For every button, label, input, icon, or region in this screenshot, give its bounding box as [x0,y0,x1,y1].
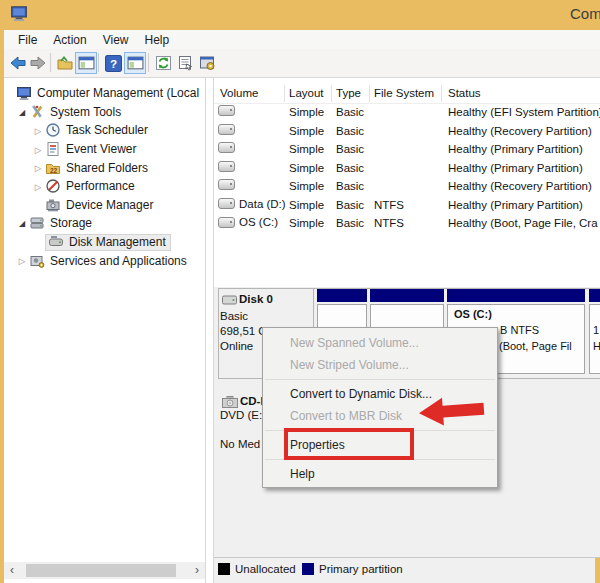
tree-item-event-viewer[interactable]: Event Viewer [4,140,205,159]
show-hide-console-tree-button[interactable] [75,52,97,74]
cell-layout: Simple [289,143,324,155]
tree-item-system-tools[interactable]: System Tools [4,103,205,122]
properties-icon [177,55,194,71]
svg-text:?: ? [109,56,116,69]
computer-management-app-icon [10,4,28,22]
expander-collapsed-icon[interactable] [31,144,45,155]
table-row[interactable]: Simple Basic Healthy (Primary Partition) [214,160,600,179]
partition-header-bar[interactable] [447,289,585,302]
cdrom-drive-letter: DVD (E:) [220,409,266,421]
column-header-layout[interactable]: Layout [289,87,324,99]
tree-item-performance[interactable]: Performance [4,177,205,196]
table-row[interactable]: OS (C:) Simple Basic NTFS Healthy (Boot,… [214,215,600,234]
tree-item-label: Performance [66,179,135,193]
cell-status: Healthy (Recovery Partition) [448,180,592,192]
annotation-highlight-box [284,428,414,460]
cell-status: Healthy (Recovery Partition) [448,125,592,137]
scrollbar-track[interactable] [20,564,189,577]
forward-button[interactable] [27,52,49,74]
toolbar-separator [148,53,149,72]
partition-4[interactable]: 1 H [589,304,600,374]
partition-header-bar[interactable] [370,289,444,302]
partition-size-text: B NTFS [500,324,539,336]
partition-status-text: H [593,340,600,352]
column-header-type[interactable]: Type [336,87,361,99]
show-hide-action-pane-button[interactable] [124,52,146,74]
column-separator[interactable] [284,85,285,102]
volume-drive-icon [218,198,235,209]
expander-collapsed-icon[interactable] [31,181,45,192]
show-console-tree-button[interactable] [54,52,76,74]
scroll-left-icon[interactable]: ‹ [4,562,20,579]
menu-file[interactable]: File [18,33,37,47]
disk-management-actions-button[interactable] [196,52,218,74]
menu-help[interactable]: Help [145,33,170,47]
cell-volume: OS (C:) [239,216,278,228]
titlebar: Com [0,0,600,30]
tree-item-label: Computer Management (Local [37,86,199,100]
properties-button[interactable] [174,52,196,74]
cell-layout: Simple [289,162,324,174]
expander-collapsed-icon[interactable] [31,125,45,136]
computer-icon [16,85,32,101]
services-icon [29,253,45,269]
menu-separator [265,379,495,380]
tree-item-label: Disk Management [69,235,166,249]
partition-status-text: (Boot, Page Fil [499,340,572,352]
window-title: Com [570,5,600,22]
forward-arrow-icon [29,55,47,71]
table-row[interactable]: Simple Basic Healthy (EFI System Partiti… [214,104,600,123]
menu-view[interactable]: View [103,33,129,47]
cd-rom-icon [222,396,238,410]
legend-unallocated-label: Unallocated [235,563,296,575]
refresh-button[interactable] [152,52,174,74]
back-button[interactable] [7,52,29,74]
column-separator[interactable] [331,85,332,102]
partition-label: OS (C:) [454,308,492,320]
disk-management-icon [48,234,64,250]
table-row[interactable]: Data (D:) Simple Basic NTFS Healthy (Pri… [214,197,600,216]
table-row[interactable]: Simple Basic Healthy (Recovery Partition… [214,123,600,142]
expander-expanded-icon[interactable] [15,217,29,229]
expander-collapsed-icon[interactable] [15,255,29,266]
tree-item-services-and-applications[interactable]: Services and Applications [4,251,205,270]
scroll-right-icon[interactable]: › [189,562,205,579]
column-header-file-system[interactable]: File System [374,87,434,99]
menu-action[interactable]: Action [53,33,86,47]
disk0-kind: Basic [220,310,248,322]
expander-collapsed-icon[interactable] [31,162,45,173]
tree-item-storage[interactable]: Storage [4,214,205,233]
cell-type: Basic [336,162,364,174]
menu-item-help[interactable]: Help [263,463,497,485]
disk0-name[interactable]: Disk 0 [239,293,273,305]
cell-status: Healthy (Boot, Page File, Cra [448,217,598,229]
column-header-volume[interactable]: Volume [220,87,258,99]
partition-header-bar[interactable] [317,289,367,302]
tree-item-device-manager[interactable]: Device Manager [4,196,205,215]
table-row[interactable]: Simple Basic Healthy (Recovery Partition… [214,178,600,197]
cell-status: Healthy (EFI System Partition) [448,106,600,118]
tree-horizontal-scrollbar[interactable]: ‹ › [4,562,205,579]
expander-expanded-icon[interactable] [15,106,29,118]
shared-folders-icon: 22 [45,160,61,176]
help-button[interactable]: ? [102,52,124,74]
column-separator[interactable] [441,85,442,102]
tree-item-disk-management[interactable]: Disk Management [4,233,205,252]
tree-item-shared-folders[interactable]: 22 Shared Folders [4,158,205,177]
partition-header-bar[interactable] [589,289,600,302]
event-viewer-icon [45,141,61,157]
tree-item-computer-management[interactable]: Computer Management (Local [4,84,205,103]
cell-layout: Simple [289,180,324,192]
menu-item-new-striped-volume[interactable]: New Striped Volume... [263,354,497,376]
table-row[interactable]: Simple Basic Healthy (Primary Partition) [214,141,600,160]
column-separator[interactable] [369,85,370,102]
menu-item-new-spanned-volume[interactable]: New Spanned Volume... [263,332,497,354]
tree-item-task-scheduler[interactable]: Task Scheduler [4,121,205,140]
cell-file-system: NTFS [374,217,404,229]
disk0-status: Online [220,340,253,352]
computer-management-window: Com File Action View Help ? [0,0,600,583]
volume-drive-icon [218,161,235,172]
column-header-status[interactable]: Status [448,87,481,99]
scrollbar-thumb[interactable] [26,564,176,577]
tree-item-label: Task Scheduler [66,123,148,137]
